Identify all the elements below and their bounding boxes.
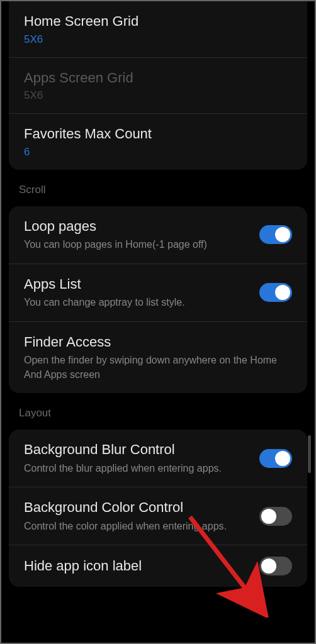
toggle-thumb [275, 451, 290, 466]
hide-label-item[interactable]: Hide app icon label [9, 545, 307, 587]
scrollbar-indicator[interactable] [308, 435, 311, 473]
item-content: Loop pages You can loop pages in Home(-1… [24, 218, 249, 252]
settings-container: Home Screen Grid 5X6 Apps Screen Grid 5X… [1, 1, 315, 587]
item-content: Finder Access Open the finder by swiping… [24, 333, 292, 382]
item-content: Background Blur Control Control the blur… [24, 441, 249, 475]
loop-pages-subtitle: You can loop pages in Home(-1 page off) [24, 238, 249, 252]
hide-label-title: Hide app icon label [24, 557, 249, 575]
apps-grid-value: 5X6 [24, 89, 292, 102]
item-content: Background Color Control Control the col… [24, 499, 249, 533]
apps-list-subtitle: You can change apptray to list style. [24, 296, 249, 309]
item-content: Favorites Max Count 6 [24, 125, 292, 158]
blur-control-title: Background Blur Control [24, 441, 249, 459]
apps-list-item[interactable]: Apps List You can change apptray to list… [9, 264, 307, 322]
color-control-item[interactable]: Background Color Control Control the col… [9, 487, 307, 545]
layout-section-header: Layout [1, 398, 315, 425]
toggle-thumb [275, 285, 290, 300]
loop-pages-item[interactable]: Loop pages You can loop pages in Home(-1… [9, 206, 307, 264]
apps-list-title: Apps List [24, 275, 249, 294]
color-control-title: Background Color Control [24, 499, 249, 517]
favorites-title: Favorites Max Count [24, 125, 292, 143]
item-content: Apps List You can change apptray to list… [24, 275, 249, 310]
finder-access-item[interactable]: Finder Access Open the finder by swiping… [9, 322, 307, 393]
home-grid-value: 5X6 [24, 33, 292, 46]
hide-label-toggle[interactable] [259, 557, 292, 575]
finder-access-title: Finder Access [24, 333, 292, 352]
loop-pages-title: Loop pages [24, 218, 249, 236]
layout-settings-group: Background Blur Control Control the blur… [9, 430, 307, 587]
item-content: Hide app icon label [24, 557, 249, 575]
apps-screen-grid-item: Apps Screen Grid 5X6 [9, 58, 307, 114]
blur-control-item[interactable]: Background Blur Control Control the blur… [9, 430, 307, 487]
toggle-thumb [261, 558, 276, 574]
favorites-max-item[interactable]: Favorites Max Count 6 [9, 114, 307, 170]
loop-pages-toggle[interactable] [259, 225, 292, 244]
color-control-subtitle: Control the color applied when entering … [24, 519, 249, 533]
finder-access-subtitle: Open the finder by swiping down anywhere… [24, 353, 292, 382]
scroll-settings-group: Loop pages You can loop pages in Home(-1… [9, 206, 307, 393]
favorites-value: 6 [24, 146, 292, 158]
blur-control-subtitle: Control the blur applied when entering a… [24, 462, 249, 475]
item-content: Home Screen Grid 5X6 [24, 13, 292, 46]
home-screen-grid-item[interactable]: Home Screen Grid 5X6 [9, 1, 307, 58]
item-content: Apps Screen Grid 5X6 [24, 69, 292, 103]
apps-grid-title: Apps Screen Grid [24, 69, 292, 87]
toggle-thumb [261, 509, 276, 524]
scroll-section-header: Scroll [1, 175, 315, 201]
apps-list-toggle[interactable] [259, 283, 292, 302]
color-control-toggle[interactable] [259, 507, 292, 526]
toggle-thumb [275, 227, 290, 242]
blur-control-toggle[interactable] [259, 449, 292, 468]
home-grid-title: Home Screen Grid [24, 13, 292, 31]
grid-settings-group: Home Screen Grid 5X6 Apps Screen Grid 5X… [9, 1, 307, 170]
